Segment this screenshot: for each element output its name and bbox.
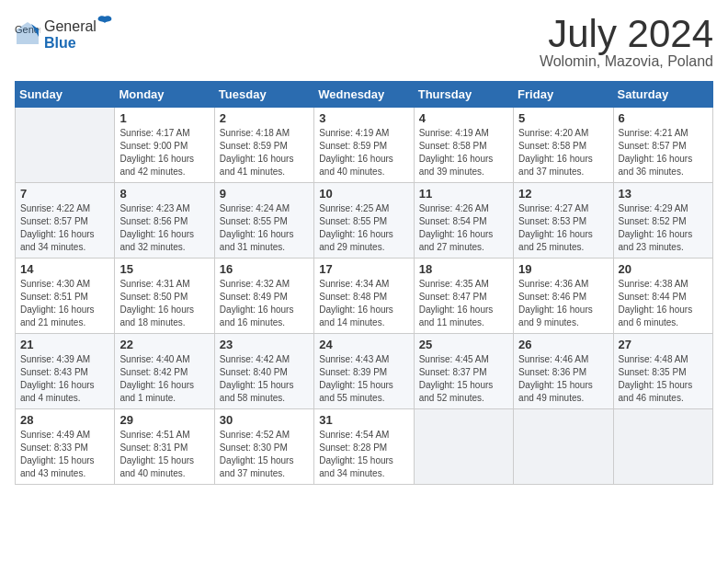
day-number: 17 <box>319 262 408 276</box>
logo-icon: General <box>15 20 40 46</box>
cell-info: Sunrise: 4:51 AM Sunset: 8:31 PM Dayligh… <box>119 429 209 480</box>
cell-info: Sunrise: 4:24 AM Sunset: 8:55 PM Dayligh… <box>220 202 309 254</box>
calendar-cell: 24Sunrise: 4:43 AM Sunset: 8:39 PM Dayli… <box>314 334 414 409</box>
day-number: 12 <box>518 187 608 201</box>
day-number: 2 <box>220 111 309 125</box>
calendar-cell: 25Sunrise: 4:45 AM Sunset: 8:37 PM Dayli… <box>414 334 513 409</box>
day-number: 27 <box>619 338 708 351</box>
cell-info: Sunrise: 4:29 AM Sunset: 8:52 PM Dayligh… <box>619 202 708 254</box>
calendar-cell: 31Sunrise: 4:54 AM Sunset: 8:28 PM Dayli… <box>314 409 414 485</box>
calendar-cell: 8Sunrise: 4:23 AM Sunset: 8:56 PM Daylig… <box>115 183 214 259</box>
day-number: 5 <box>518 111 608 125</box>
calendar-cell: 1Sunrise: 4:17 AM Sunset: 9:00 PM Daylig… <box>115 108 214 183</box>
weekday-header-saturday: Saturday <box>613 82 712 108</box>
cell-info: Sunrise: 4:40 AM Sunset: 8:42 PM Dayligh… <box>119 353 209 405</box>
cell-info: Sunrise: 4:20 AM Sunset: 8:58 PM Dayligh… <box>518 127 608 178</box>
calendar-cell: 19Sunrise: 4:36 AM Sunset: 8:46 PM Dayli… <box>514 259 613 334</box>
cell-info: Sunrise: 4:42 AM Sunset: 8:40 PM Dayligh… <box>220 353 309 405</box>
cell-info: Sunrise: 4:49 AM Sunset: 8:33 PM Dayligh… <box>20 429 109 480</box>
weekday-header-sunday: Sunday <box>16 82 115 108</box>
calendar-cell: 13Sunrise: 4:29 AM Sunset: 8:52 PM Dayli… <box>613 183 712 259</box>
day-number: 22 <box>119 338 209 351</box>
day-number: 18 <box>419 262 508 276</box>
day-number: 13 <box>619 187 708 201</box>
cell-info: Sunrise: 4:31 AM Sunset: 8:50 PM Dayligh… <box>119 278 209 329</box>
calendar-cell: 17Sunrise: 4:34 AM Sunset: 8:48 PM Dayli… <box>314 259 414 334</box>
cell-info: Sunrise: 4:48 AM Sunset: 8:35 PM Dayligh… <box>619 353 708 405</box>
calendar-cell: 11Sunrise: 4:26 AM Sunset: 8:54 PM Dayli… <box>414 183 513 259</box>
calendar-cell: 7Sunrise: 4:22 AM Sunset: 8:57 PM Daylig… <box>16 183 115 259</box>
calendar-cell: 5Sunrise: 4:20 AM Sunset: 8:58 PM Daylig… <box>514 108 613 183</box>
calendar-cell: 23Sunrise: 4:42 AM Sunset: 8:40 PM Dayli… <box>214 334 313 409</box>
day-number: 20 <box>619 262 708 276</box>
cell-info: Sunrise: 4:19 AM Sunset: 8:59 PM Dayligh… <box>319 127 408 178</box>
calendar-cell: 26Sunrise: 4:46 AM Sunset: 8:36 PM Dayli… <box>514 334 613 409</box>
cell-info: Sunrise: 4:54 AM Sunset: 8:28 PM Dayligh… <box>319 429 408 480</box>
day-number: 11 <box>419 187 508 201</box>
cell-info: Sunrise: 4:32 AM Sunset: 8:49 PM Dayligh… <box>220 278 309 329</box>
day-number: 6 <box>619 111 708 125</box>
calendar-cell <box>16 108 115 183</box>
cell-info: Sunrise: 4:43 AM Sunset: 8:39 PM Dayligh… <box>319 353 408 405</box>
day-number: 21 <box>20 338 109 351</box>
title-area: July 2024 Wolomin, Mazovia, Poland <box>540 15 713 70</box>
calendar-cell: 21Sunrise: 4:39 AM Sunset: 8:43 PM Dayli… <box>16 334 115 409</box>
weekday-header-friday: Friday <box>514 82 613 108</box>
cell-info: Sunrise: 4:22 AM Sunset: 8:57 PM Dayligh… <box>20 202 109 254</box>
calendar-cell <box>514 409 613 485</box>
day-number: 16 <box>220 262 309 276</box>
calendar-cell: 22Sunrise: 4:40 AM Sunset: 8:42 PM Dayli… <box>115 334 214 409</box>
calendar-table: SundayMondayTuesdayWednesdayThursdayFrid… <box>15 81 713 485</box>
weekday-header-thursday: Thursday <box>414 82 513 108</box>
cell-info: Sunrise: 4:45 AM Sunset: 8:37 PM Dayligh… <box>419 353 508 405</box>
day-number: 25 <box>419 338 508 351</box>
day-number: 31 <box>319 413 408 427</box>
cell-info: Sunrise: 4:17 AM Sunset: 9:00 PM Dayligh… <box>119 127 209 178</box>
day-number: 23 <box>220 338 309 351</box>
day-number: 28 <box>20 413 109 427</box>
day-number: 14 <box>20 262 109 276</box>
calendar-cell: 15Sunrise: 4:31 AM Sunset: 8:50 PM Dayli… <box>115 259 214 334</box>
cell-info: Sunrise: 4:27 AM Sunset: 8:53 PM Dayligh… <box>518 202 608 254</box>
day-number: 24 <box>319 338 408 351</box>
calendar-cell: 30Sunrise: 4:52 AM Sunset: 8:30 PM Dayli… <box>214 409 313 485</box>
logo-blue-text: Blue <box>44 35 76 51</box>
day-number: 10 <box>319 187 408 201</box>
month-title: July 2024 <box>540 15 713 53</box>
calendar-cell: 4Sunrise: 4:19 AM Sunset: 8:58 PM Daylig… <box>414 108 513 183</box>
day-number: 15 <box>119 262 209 276</box>
calendar-cell: 14Sunrise: 4:30 AM Sunset: 8:51 PM Dayli… <box>16 259 115 334</box>
day-number: 8 <box>119 187 209 201</box>
header: General General Blue July 2024 Wolomin, … <box>15 15 713 70</box>
cell-info: Sunrise: 4:30 AM Sunset: 8:51 PM Dayligh… <box>20 278 109 329</box>
cell-info: Sunrise: 4:18 AM Sunset: 8:59 PM Dayligh… <box>220 127 309 178</box>
logo: General General Blue <box>15 15 113 52</box>
calendar-cell: 9Sunrise: 4:24 AM Sunset: 8:55 PM Daylig… <box>214 183 313 259</box>
cell-info: Sunrise: 4:25 AM Sunset: 8:55 PM Dayligh… <box>319 202 408 254</box>
day-number: 4 <box>419 111 508 125</box>
day-number: 19 <box>518 262 608 276</box>
calendar-cell: 27Sunrise: 4:48 AM Sunset: 8:35 PM Dayli… <box>613 334 712 409</box>
calendar-cell: 10Sunrise: 4:25 AM Sunset: 8:55 PM Dayli… <box>314 183 414 259</box>
weekday-header-wednesday: Wednesday <box>314 82 414 108</box>
weekday-header-tuesday: Tuesday <box>214 82 313 108</box>
cell-info: Sunrise: 4:19 AM Sunset: 8:58 PM Dayligh… <box>419 127 508 178</box>
calendar-cell: 12Sunrise: 4:27 AM Sunset: 8:53 PM Dayli… <box>514 183 613 259</box>
calendar-cell: 29Sunrise: 4:51 AM Sunset: 8:31 PM Dayli… <box>115 409 214 485</box>
calendar-cell <box>613 409 712 485</box>
day-number: 26 <box>518 338 608 351</box>
calendar-cell: 18Sunrise: 4:35 AM Sunset: 8:47 PM Dayli… <box>414 259 513 334</box>
day-number: 30 <box>220 413 309 427</box>
calendar-cell <box>414 409 513 485</box>
day-number: 7 <box>20 187 109 201</box>
cell-info: Sunrise: 4:38 AM Sunset: 8:44 PM Dayligh… <box>619 278 708 329</box>
calendar-cell: 3Sunrise: 4:19 AM Sunset: 8:59 PM Daylig… <box>314 108 414 183</box>
cell-info: Sunrise: 4:35 AM Sunset: 8:47 PM Dayligh… <box>419 278 508 329</box>
cell-info: Sunrise: 4:52 AM Sunset: 8:30 PM Dayligh… <box>220 429 309 480</box>
location-title: Wolomin, Mazovia, Poland <box>540 53 713 70</box>
cell-info: Sunrise: 4:46 AM Sunset: 8:36 PM Dayligh… <box>518 353 608 405</box>
cell-info: Sunrise: 4:21 AM Sunset: 8:57 PM Dayligh… <box>619 127 708 178</box>
logo-general-text: General <box>44 18 97 35</box>
day-number: 1 <box>119 111 209 125</box>
logo-bird-icon <box>97 15 113 31</box>
